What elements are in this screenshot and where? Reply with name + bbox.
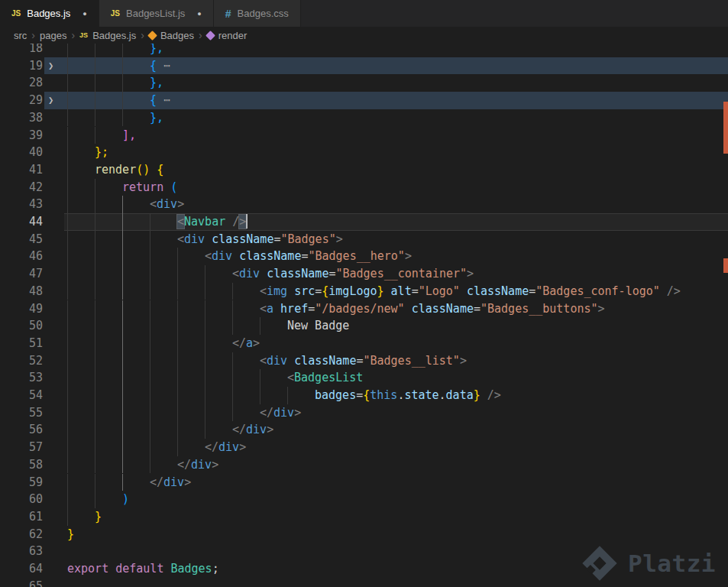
fold-chevron-icon[interactable]: ❯	[48, 92, 53, 109]
indent-guide	[67, 179, 68, 196]
code-line-62[interactable]: 62}	[0, 526, 728, 543]
code-text: }	[67, 526, 74, 543]
code-line-47[interactable]: 47<div className="Badges__container">	[0, 265, 728, 283]
token: "Badges"	[280, 232, 335, 246]
token: a	[246, 336, 253, 350]
code-line-44[interactable]: 44<Navbar />	[0, 213, 728, 231]
token: div	[267, 354, 287, 368]
code-line-40[interactable]: 40};	[0, 144, 728, 161]
indent-guide	[95, 196, 95, 213]
breadcrumb-separator-icon: ›	[31, 29, 35, 41]
breadcrumb-item-src[interactable]: src	[14, 30, 27, 41]
token: state	[404, 388, 438, 402]
code-line-56[interactable]: 56</div>	[0, 421, 728, 439]
tab-label: BadgesList.js	[126, 8, 185, 19]
code-line-43[interactable]: 43<div>	[0, 196, 728, 213]
code-text: };	[95, 144, 108, 161]
indent-guide	[67, 161, 68, 179]
line-number: 50	[0, 317, 43, 335]
token: };	[95, 145, 108, 159]
token: div	[191, 458, 212, 472]
code-line-61[interactable]: 61}	[0, 508, 728, 526]
code-line-39[interactable]: 39],	[0, 127, 728, 144]
indent-guide	[205, 335, 205, 352]
overview-ruler-mark	[723, 258, 728, 273]
line-number: 51	[0, 335, 43, 352]
indent-guide	[67, 491, 68, 508]
code-editor[interactable]: 18},19❯{ ⋯28},29❯{ ⋯38},39],40};41render…	[0, 44, 728, 587]
modified-dot[interactable]: ●	[197, 10, 201, 18]
code-line-18[interactable]: 18},	[0, 44, 728, 57]
code-line-60[interactable]: 60)	[0, 491, 728, 508]
code-line-49[interactable]: 49<a href="/badges/new" className="Badge…	[0, 300, 728, 318]
line-number: 40	[0, 144, 43, 161]
indent-guide	[232, 283, 233, 300]
code-line-19[interactable]: 19❯{ ⋯	[0, 57, 728, 75]
indent-guide	[205, 265, 205, 283]
tab-bar: JSBadges.js●JSBadgesList.js●#Badges.css	[0, 0, 728, 27]
token: {	[150, 93, 163, 107]
token: )	[122, 492, 129, 506]
indent-guide	[67, 317, 68, 335]
indent-guide	[150, 213, 150, 231]
modified-dot[interactable]: ●	[83, 10, 86, 18]
tab-badges-css[interactable]: #Badges.css	[214, 0, 301, 27]
code-line-46[interactable]: 46<div className="Badges__hero">	[0, 248, 728, 265]
code-line-51[interactable]: 51</a>	[0, 335, 728, 352]
code-line-29[interactable]: 29❯{ ⋯	[0, 92, 728, 109]
fold-chevron-icon[interactable]: ❯	[48, 57, 53, 75]
token: }	[377, 284, 384, 298]
tab-badgeslist-js[interactable]: JSBadgesList.js●	[99, 0, 214, 27]
token: ],	[122, 128, 136, 142]
indent-guide	[232, 352, 233, 370]
indent-guide	[67, 74, 68, 92]
code-text: <div className="Badges">	[177, 231, 343, 248]
indent-guide	[150, 456, 150, 474]
token: Badges	[170, 562, 212, 576]
token: render	[95, 163, 136, 177]
token: <	[177, 215, 184, 229]
breadcrumb-item-pages[interactable]: pages	[40, 30, 66, 41]
code-line-48[interactable]: 48<img src={imgLogo} alt="Logo" classNam…	[0, 283, 728, 300]
token: Navbar	[184, 215, 225, 229]
line-number: 39	[0, 127, 43, 144]
indent-guide	[177, 335, 178, 352]
code-line-38[interactable]: 38},	[0, 109, 728, 127]
token: </	[205, 440, 218, 454]
code-line-59[interactable]: 59</div>	[0, 474, 728, 491]
indent-guide	[95, 491, 95, 508]
code-line-52[interactable]: 52<div className="Badges__list">	[0, 352, 728, 370]
token: "Logo"	[419, 284, 460, 298]
code-line-41[interactable]: 41render() {	[0, 161, 728, 179]
token: imgLogo	[328, 284, 377, 298]
breadcrumb-item-badges[interactable]: Badges	[149, 30, 194, 41]
indent-guide	[95, 421, 95, 439]
code-line-53[interactable]: 53<BadgesList	[0, 369, 728, 387]
code-line-58[interactable]: 58</div>	[0, 456, 728, 474]
code-line-54[interactable]: 54badges={this.state.data} />	[0, 387, 728, 404]
line-number: 43	[0, 196, 43, 213]
indent-guide	[205, 421, 205, 439]
indent-guide	[95, 387, 95, 404]
code-line-28[interactable]: 28},	[0, 74, 728, 92]
line-number: 63	[0, 543, 43, 560]
tab-label: Badges.js	[27, 8, 70, 19]
token: >	[239, 440, 246, 454]
code-line-42[interactable]: 42return (	[0, 179, 728, 196]
breadcrumb-label: Badges	[160, 30, 194, 41]
breadcrumb-item-badges-js[interactable]: JSBadges.js	[79, 30, 136, 41]
overview-ruler[interactable]	[723, 44, 728, 587]
code-line-57[interactable]: 57</div>	[0, 439, 728, 456]
breadcrumb-label: render	[218, 30, 248, 41]
token: "Badges__hero"	[308, 249, 404, 263]
indent-guide	[67, 439, 68, 456]
token: href	[280, 302, 308, 316]
code-line-50[interactable]: 50New Badge	[0, 317, 728, 335]
code-text: { ⋯	[150, 57, 170, 75]
tab-badges-js[interactable]: JSBadges.js●	[0, 0, 99, 27]
code-line-55[interactable]: 55</div>	[0, 404, 728, 422]
indent-guide	[122, 283, 123, 300]
code-line-45[interactable]: 45<div className="Badges">	[0, 231, 728, 248]
code-text: badges={this.state.data} />	[315, 387, 501, 404]
breadcrumb-item-render[interactable]: render	[207, 30, 248, 41]
